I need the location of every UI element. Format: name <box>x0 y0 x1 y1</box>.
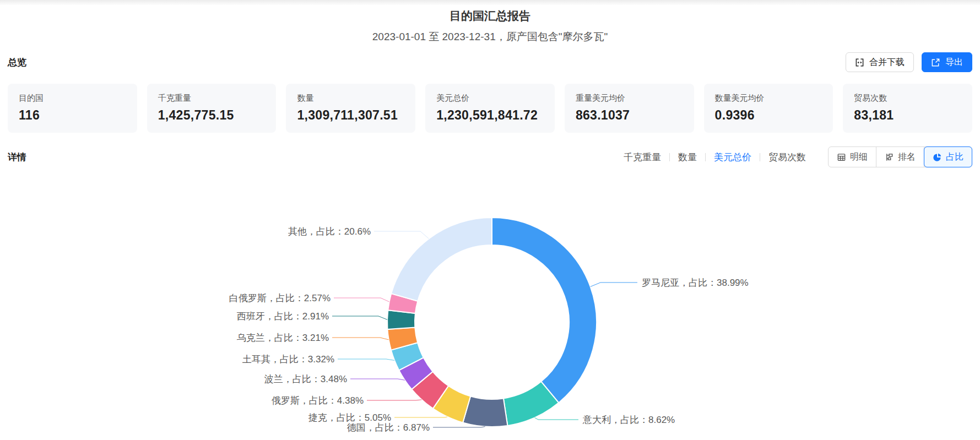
pie-label-line <box>433 427 485 427</box>
stat-label: 重量美元均价 <box>576 93 683 103</box>
stat-label: 贸易次数 <box>854 93 961 103</box>
pie-label: 白俄罗斯，占比：2.57% <box>229 293 331 303</box>
ranking-icon <box>885 153 894 162</box>
stat-label: 数量美元均价 <box>715 93 822 103</box>
metric-tab-usd-total[interactable]: 美元总价 <box>714 151 751 164</box>
stat-card-kg-weight: 千克重量 1,425,775.15 <box>147 84 277 133</box>
top-fade <box>0 0 980 6</box>
pie-label-line <box>332 316 387 320</box>
stat-value: 1,230,591,841.72 <box>436 108 544 122</box>
metric-tab-quantity[interactable]: 数量 <box>678 151 697 164</box>
stat-card-usd-per-quantity: 数量美元均价 0.9396 <box>704 84 833 133</box>
metric-tab-trade-count[interactable]: 贸易次数 <box>768 151 806 164</box>
pie-label-line <box>334 298 389 302</box>
pie-label-line <box>591 283 637 287</box>
stat-value: 0.9396 <box>715 108 822 122</box>
view-button-detail[interactable]: 明细 <box>829 147 876 167</box>
report-header: 目的国汇总报告 2023-01-01 至 2023-12-31，原产国包含"摩尔… <box>0 6 980 44</box>
donut-chart: 罗马尼亚，占比：38.99%意大利，占比：8.62%德国，占比：6.87%捷克，… <box>0 182 980 440</box>
stat-label: 数量 <box>297 93 404 103</box>
pie-label: 波兰，占比：3.48% <box>264 374 347 384</box>
pie-icon <box>933 153 942 162</box>
toolbar: 合并下载 导出 <box>846 52 972 72</box>
stat-label: 千克重量 <box>158 93 266 103</box>
merge-cells-icon <box>855 58 864 67</box>
stat-value: 1,309,711,307.51 <box>297 108 404 122</box>
overview-header-row: 总览 合并下载 导出 <box>8 52 972 72</box>
pie-label-line <box>338 359 394 360</box>
metric-tabs: 千克重量 数量 美元总价 贸易次数 <box>624 151 806 164</box>
stat-value: 863.1037 <box>576 108 683 122</box>
export-icon <box>931 58 940 67</box>
tab-divider <box>705 153 706 161</box>
pie-label: 捷克，占比：5.05% <box>308 412 391 423</box>
stat-label: 美元总价 <box>436 93 544 103</box>
stat-card-quantity: 数量 1,309,711,307.51 <box>286 84 415 133</box>
table-icon <box>837 153 846 162</box>
detail-header-row: 详情 千克重量 数量 美元总价 贸易次数 明细 <box>8 146 972 167</box>
merge-download-label: 合并下载 <box>869 57 905 68</box>
pie-label: 德国，占比：6.87% <box>347 422 430 433</box>
tab-divider <box>669 153 670 161</box>
pie-label-line <box>367 400 421 400</box>
pie-label: 其他，占比：20.6% <box>288 226 371 237</box>
view-button-ranking[interactable]: 排名 <box>876 147 924 167</box>
overview-section-title: 总览 <box>8 56 26 69</box>
pie-label: 乌克兰，占比：3.21% <box>237 333 329 343</box>
stat-card-destination-countries: 目的国 116 <box>8 84 137 133</box>
pie-label: 俄罗斯，占比：4.38% <box>272 395 364 406</box>
pie-label-line <box>350 379 405 380</box>
pie-label: 罗马尼亚，占比：38.99% <box>642 278 749 288</box>
stat-card-usd-per-weight: 重量美元均价 863.1037 <box>565 84 694 133</box>
view-button-label: 占比 <box>946 151 963 163</box>
page-title: 目的国汇总报告 <box>0 8 980 24</box>
stat-value: 116 <box>19 108 126 122</box>
pie-label-line <box>535 417 578 420</box>
stat-label: 目的国 <box>19 93 126 103</box>
export-button[interactable]: 导出 <box>922 52 972 72</box>
view-mode-group: 明细 排名 <box>828 146 972 167</box>
stat-card-usd-total: 美元总价 1,230,591,841.72 <box>425 84 555 133</box>
tab-divider <box>760 153 760 161</box>
pie-label: 土耳其，占比：3.32% <box>242 354 334 365</box>
pie-slice-0[interactable] <box>492 218 597 403</box>
overview-cards: 目的国 116 千克重量 1,425,775.15 数量 1,309,711,3… <box>8 84 972 133</box>
view-button-share[interactable]: 占比 <box>924 146 972 167</box>
pie-label-line <box>374 231 429 238</box>
pie-label-line <box>394 417 447 417</box>
export-label: 导出 <box>945 57 963 68</box>
detail-controls: 千克重量 数量 美元总价 贸易次数 明细 <box>624 146 972 167</box>
stat-card-trade-count: 贸易次数 83,181 <box>843 84 972 133</box>
view-button-label: 排名 <box>898 151 916 163</box>
pie-label-line <box>332 338 389 340</box>
pie-slice-10[interactable] <box>391 218 492 301</box>
metric-tab-kg-weight[interactable]: 千克重量 <box>624 151 661 164</box>
detail-section-title: 详情 <box>8 151 26 164</box>
stat-value: 83,181 <box>854 108 961 122</box>
stat-value: 1,425,775.15 <box>158 108 266 122</box>
merge-download-button[interactable]: 合并下载 <box>846 52 914 72</box>
pie-label: 意大利，占比：8.62% <box>582 415 675 425</box>
report-subtitle: 2023-01-01 至 2023-12-31，原产国包含"摩尔多瓦" <box>0 30 980 44</box>
pie-label: 西班牙，占比：2.91% <box>237 311 329 322</box>
view-button-label: 明细 <box>850 151 868 163</box>
